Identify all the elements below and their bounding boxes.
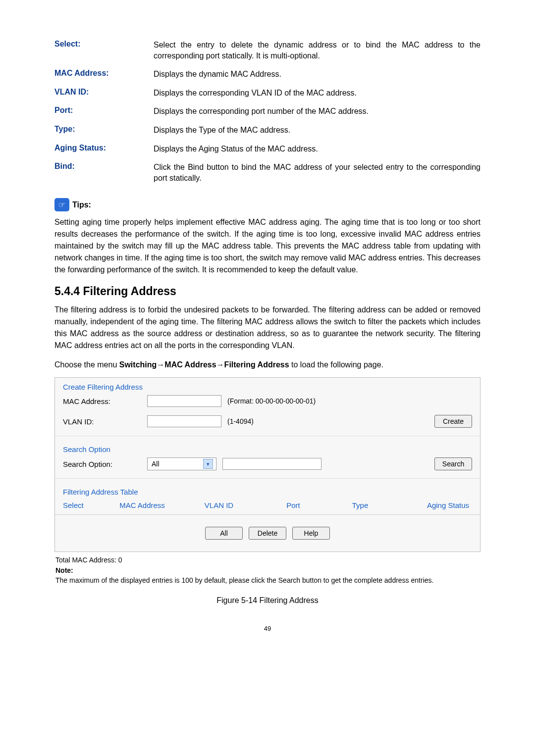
table-section-title: Filtering Address Table: [55, 483, 480, 496]
total-mac-count: Total MAC Address: 0: [55, 555, 480, 565]
definition-row: Select: Select the entry to delete the d…: [54, 40, 481, 61]
definition-term: Type:: [54, 125, 154, 136]
vlan-id-row: VLAN ID: (1-4094) Create: [55, 411, 480, 432]
definition-desc: Displays the corresponding VLAN ID of th…: [154, 88, 481, 99]
definition-row: VLAN ID: Displays the corresponding VLAN…: [54, 88, 481, 99]
section-heading: 5.4.4 Filtering Address: [54, 285, 481, 298]
definition-term: Port:: [54, 106, 154, 117]
search-section-title: Search Option: [55, 440, 480, 454]
search-button[interactable]: Search: [434, 457, 472, 470]
delete-button[interactable]: Delete: [249, 527, 286, 540]
search-option-value: All: [152, 460, 160, 468]
definition-row: Aging Status: Displays the Aging Status …: [54, 144, 481, 154]
definition-row: Type: Displays the Type of the MAC addre…: [54, 125, 481, 136]
page-number: 49: [54, 625, 481, 632]
table-button-row: All Delete Help: [55, 515, 480, 552]
col-mac: MAC Address: [103, 501, 182, 509]
note-label: Note:: [55, 565, 480, 575]
col-type: Type: [330, 501, 390, 509]
col-select: Select: [63, 501, 103, 509]
help-button[interactable]: Help: [292, 527, 330, 540]
table-header: Select MAC Address VLAN ID Port Type Agi…: [55, 496, 480, 515]
search-option-row: Search Option: All ▾ Search: [55, 454, 480, 474]
mac-address-hint: (Format: 00-00-00-00-00-01): [227, 397, 316, 405]
definitions-list: Select: Select the entry to delete the d…: [54, 40, 481, 183]
mac-address-row: MAC Address: (Format: 00-00-00-00-00-01): [55, 391, 480, 411]
tips-label: Tips:: [72, 201, 91, 209]
menu-suffix: to load the following page.: [289, 360, 383, 369]
divider: [55, 478, 480, 479]
create-button[interactable]: Create: [434, 415, 472, 428]
definition-term: Select:: [54, 40, 154, 61]
tips-text: Setting aging time properly helps implem…: [54, 216, 481, 276]
definition-desc: Displays the dynamic MAC Address.: [154, 69, 481, 80]
col-port: Port: [256, 501, 330, 509]
search-value-input[interactable]: [222, 458, 321, 470]
menu-bold: Switching→MAC Address→Filtering Address: [119, 360, 289, 369]
note-text: The maximum of the displayed entries is …: [55, 575, 480, 585]
definition-term: VLAN ID:: [54, 88, 154, 99]
vlan-id-hint: (1-4094): [227, 417, 254, 425]
definition-desc: Displays the Type of the MAC address.: [154, 125, 481, 136]
col-aging: Aging Status: [390, 501, 472, 509]
definition-term: Aging Status:: [54, 144, 154, 154]
tips-header: ☞ Tips:: [54, 198, 481, 211]
filtering-address-panel: Create Filtering Address MAC Address: (F…: [54, 377, 481, 552]
divider: [55, 436, 480, 436]
vlan-id-label: VLAN ID:: [63, 417, 147, 426]
definition-row: MAC Address: Displays the dynamic MAC Ad…: [54, 69, 481, 80]
definition-desc: Select the entry to delete the dynamic a…: [154, 40, 481, 61]
panel-footnote: Total MAC Address: 0 Note: The maximum o…: [54, 555, 481, 585]
definition-term: Bind:: [54, 162, 154, 183]
definition-term: MAC Address:: [54, 69, 154, 80]
chevron-down-icon: ▾: [203, 459, 213, 469]
section-intro: The filtering address is to forbid the u…: [54, 304, 481, 352]
menu-prefix: Choose the menu: [54, 360, 119, 369]
figure-caption: Figure 5-14 Filtering Address: [54, 596, 481, 605]
mac-address-input[interactable]: [147, 395, 221, 407]
definition-desc: Displays the Aging Status of the MAC add…: [154, 144, 481, 154]
definition-row: Port: Displays the corresponding port nu…: [54, 106, 481, 117]
tips-icon: ☞: [54, 198, 69, 211]
vlan-id-input[interactable]: [147, 415, 221, 427]
definition-desc: Displays the corresponding port number o…: [154, 106, 481, 117]
search-option-label: Search Option:: [63, 460, 147, 468]
menu-path-line: Choose the menu Switching→MAC Address→Fi…: [54, 360, 481, 369]
definition-desc: Click the Bind button to bind the MAC ad…: [154, 162, 481, 183]
definition-row: Bind: Click the Bind button to bind the …: [54, 162, 481, 183]
all-button[interactable]: All: [205, 527, 243, 540]
col-vlan: VLAN ID: [182, 501, 256, 509]
create-section-title: Create Filtering Address: [55, 378, 480, 391]
search-option-select[interactable]: All ▾: [147, 457, 216, 470]
mac-address-label: MAC Address:: [63, 397, 147, 405]
